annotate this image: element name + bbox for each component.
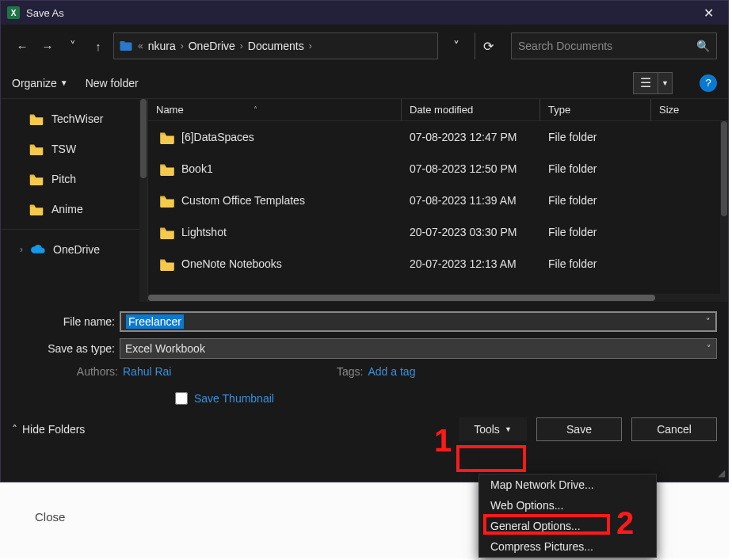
file-row[interactable]: Book1 07-08-2023 12:50 PM File folder bbox=[148, 153, 728, 185]
up-button[interactable]: ↑ bbox=[88, 36, 109, 56]
save-thumbnail-label[interactable]: Save Thumbnail bbox=[194, 392, 274, 405]
column-date[interactable]: Date modified bbox=[402, 99, 540, 120]
savetype-value: Excel Workbook bbox=[125, 342, 205, 355]
file-type: File folder bbox=[540, 257, 651, 270]
sidebar-folder[interactable]: Pitch bbox=[1, 164, 147, 194]
breadcrumb-item[interactable]: Documents bbox=[248, 40, 304, 52]
view-mode-button[interactable]: ☰ bbox=[633, 72, 658, 94]
column-name[interactable]: Name˄ bbox=[148, 99, 402, 120]
organize-button[interactable]: Organize▼ bbox=[12, 77, 68, 90]
file-row[interactable]: Lightshot 20-07-2023 03:30 PM File folde… bbox=[148, 216, 728, 248]
chevron-down-icon: ˅ bbox=[70, 39, 76, 53]
filename-value: Freelancer bbox=[126, 314, 184, 329]
close-button[interactable]: ✕ bbox=[696, 2, 722, 24]
chevron-down-icon[interactable]: ˅ bbox=[707, 344, 711, 354]
path-history-dropdown[interactable]: ˅ bbox=[443, 32, 470, 59]
refresh-icon: ⟳ bbox=[483, 39, 494, 54]
save-as-dialog: X Save As ✕ ← → ˅ ↑ « nkura › OneDrive ›… bbox=[0, 0, 729, 482]
scrollbar-thumb[interactable] bbox=[140, 99, 147, 178]
breadcrumb-item[interactable]: nkura bbox=[148, 40, 176, 52]
authors-label: Authors: bbox=[61, 365, 123, 378]
resize-grip[interactable]: ◢ bbox=[718, 467, 725, 478]
savetype-label: Save as type: bbox=[12, 342, 120, 355]
sidebar-folder[interactable]: TechWiser bbox=[1, 104, 147, 134]
sidebar-onedrive[interactable]: › OneDrive bbox=[1, 234, 147, 265]
column-size[interactable]: Size bbox=[651, 104, 728, 116]
tools-button[interactable]: Tools ▼ bbox=[459, 417, 527, 441]
annotation-number-2: 2 bbox=[616, 505, 634, 541]
annotation-number-1: 1 bbox=[434, 423, 452, 459]
breadcrumb-item[interactable]: OneDrive bbox=[189, 40, 235, 52]
search-box[interactable]: 🔍 bbox=[511, 32, 717, 59]
file-type: File folder bbox=[540, 194, 651, 207]
filelist-hscrollbar[interactable] bbox=[148, 294, 720, 302]
new-folder-button[interactable]: New folder bbox=[86, 77, 139, 90]
sidebar-folder[interactable]: TSW bbox=[1, 134, 147, 164]
sidebar-folder-label: TSW bbox=[51, 143, 76, 155]
sidebar-onedrive-label: OneDrive bbox=[53, 243, 100, 256]
save-thumbnail-checkbox[interactable] bbox=[175, 392, 188, 405]
cancel-button[interactable]: Cancel bbox=[631, 417, 717, 441]
sidebar-folder[interactable]: Anime bbox=[1, 194, 147, 224]
folder-location-icon bbox=[119, 39, 133, 53]
file-date: 07-08-2023 12:47 PM bbox=[402, 131, 540, 143]
file-row[interactable]: OneNote Notebooks 20-07-2023 12:13 AM Fi… bbox=[148, 248, 728, 280]
help-button[interactable]: ? bbox=[700, 74, 717, 92]
refresh-button[interactable]: ⟳ bbox=[475, 32, 501, 59]
file-list-header: Name˄ Date modified Type Size bbox=[148, 99, 728, 121]
recent-dropdown[interactable]: ˅ bbox=[63, 36, 83, 56]
tools-menu-map-drive[interactable]: Map Network Drive... bbox=[479, 474, 656, 495]
filelist-vscrollbar[interactable] bbox=[720, 121, 728, 302]
column-type[interactable]: Type bbox=[540, 99, 651, 120]
sidebar-scrollbar[interactable] bbox=[139, 99, 147, 302]
filename-input[interactable]: Freelancer ˅ bbox=[120, 311, 717, 332]
savetype-select[interactable]: Excel Workbook ˅ bbox=[120, 338, 717, 359]
dialog-body: TechWiser TSW Pitch Anime › OneDrive bbox=[1, 99, 728, 302]
file-date: 20-07-2023 03:30 PM bbox=[402, 226, 540, 238]
file-type: File folder bbox=[540, 131, 651, 143]
dialog-footer: ˄ Hide Folders Tools ▼ Save Cancel bbox=[1, 410, 728, 441]
excel-app-icon: X bbox=[7, 6, 20, 19]
chevron-down-icon: ▼ bbox=[661, 79, 669, 87]
toolbar: Organize▼ New folder ☰ ▼ ? bbox=[1, 67, 728, 99]
onedrive-icon bbox=[29, 244, 45, 255]
sort-indicator-icon: ˄ bbox=[254, 105, 257, 114]
chevron-down-icon: ˅ bbox=[453, 39, 459, 54]
tags-value[interactable]: Add a tag bbox=[368, 365, 415, 378]
chevron-down-icon[interactable]: ˅ bbox=[706, 317, 711, 327]
folder-icon bbox=[29, 173, 44, 185]
file-row[interactable]: [6]DataSpaces 07-08-2023 12:47 PM File f… bbox=[148, 121, 728, 153]
svg-rect-1 bbox=[120, 41, 125, 44]
arrow-right-icon: → bbox=[42, 40, 54, 53]
path-box[interactable]: « nkura › OneDrive › Documents › bbox=[113, 32, 438, 59]
forward-button[interactable]: → bbox=[37, 36, 58, 56]
authors-value[interactable]: Rahul Rai bbox=[123, 365, 171, 378]
folder-tree-sidebar: TechWiser TSW Pitch Anime › OneDrive bbox=[1, 99, 148, 302]
chevron-down-icon: ▼ bbox=[505, 425, 512, 433]
file-type: File folder bbox=[540, 162, 651, 175]
file-name: Lightshot bbox=[181, 226, 227, 238]
sidebar-folder-label: Anime bbox=[51, 203, 83, 215]
tags-label: Tags: bbox=[330, 365, 368, 378]
save-button[interactable]: Save bbox=[536, 417, 622, 441]
scrollbar-thumb[interactable] bbox=[148, 295, 655, 301]
search-icon: 🔍 bbox=[696, 40, 710, 52]
sidebar-folder-label: TechWiser bbox=[51, 112, 103, 125]
breadcrumb-prefix: « bbox=[138, 40, 143, 51]
background-close-label[interactable]: Close bbox=[35, 510, 65, 524]
view-mode-dropdown[interactable]: ▼ bbox=[658, 72, 673, 94]
hide-folders-button[interactable]: ˄ Hide Folders bbox=[12, 423, 85, 436]
back-button[interactable]: ← bbox=[12, 36, 32, 56]
list-view-icon: ☰ bbox=[640, 75, 651, 90]
folder-icon bbox=[159, 227, 173, 238]
chevron-down-icon: ▼ bbox=[60, 78, 68, 87]
search-input[interactable] bbox=[518, 40, 696, 52]
titlebar: X Save As ✕ bbox=[1, 1, 728, 25]
file-list: Name˄ Date modified Type Size [6]DataSpa… bbox=[148, 99, 728, 302]
file-type: File folder bbox=[540, 226, 651, 238]
filename-label: File name: bbox=[12, 315, 120, 328]
scrollbar-thumb[interactable] bbox=[721, 121, 727, 216]
folder-icon bbox=[159, 258, 173, 269]
folder-icon bbox=[29, 204, 44, 215]
file-row[interactable]: Custom Office Templates 07-08-2023 11:39… bbox=[148, 185, 728, 216]
